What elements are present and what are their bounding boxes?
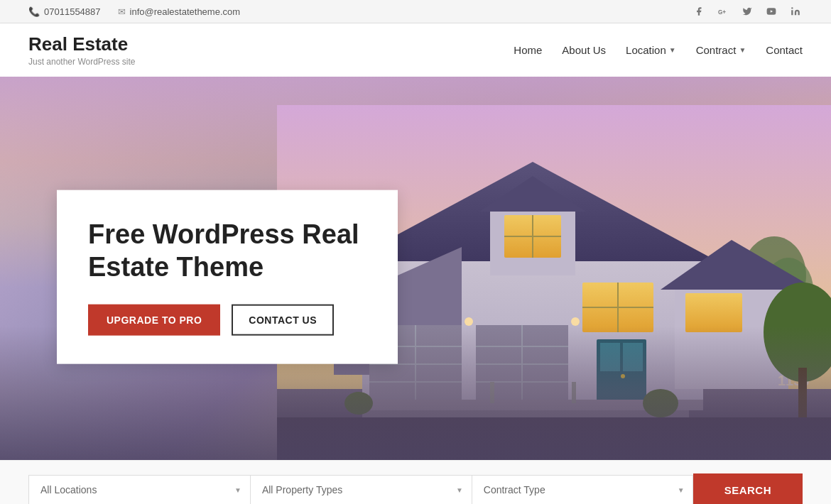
- nav-contact[interactable]: Contact: [766, 44, 803, 56]
- contract-type-select[interactable]: Contract Type: [472, 475, 693, 504]
- top-bar: 📞 07011554887 ✉ info@realestatetheme.com…: [0, 0, 831, 23]
- svg-point-1: [791, 7, 793, 9]
- phone-number: 07011554887: [44, 6, 101, 17]
- logo-title[interactable]: Real Estate: [28, 33, 136, 55]
- upgrade-pro-button[interactable]: Upgrade to PRO: [88, 305, 220, 336]
- svg-text:G+: G+: [718, 9, 726, 16]
- hero-title: Free WordPress Real Estate Theme: [88, 219, 366, 283]
- facebook-icon[interactable]: [692, 4, 706, 18]
- svg-point-28: [571, 317, 580, 326]
- top-bar-contacts: 📞 07011554887 ✉ info@realestatetheme.com: [28, 6, 240, 17]
- nav-location[interactable]: Location ▼: [626, 44, 676, 56]
- location-select-wrapper: All Locations: [28, 475, 250, 504]
- contract-dropdown-arrow: ▼: [739, 46, 746, 54]
- logo-area: Real Estate Just another WordPress site: [28, 33, 136, 67]
- google-plus-icon[interactable]: G+: [716, 4, 730, 18]
- property-type-select-wrapper: All Property Types: [250, 475, 472, 504]
- search-button[interactable]: Search: [693, 473, 803, 504]
- email-address: info@realestatetheme.com: [130, 6, 241, 17]
- twitter-icon[interactable]: [740, 4, 754, 18]
- phone-icon: 📞: [28, 6, 40, 17]
- social-links: G+: [692, 4, 803, 18]
- logo-subtitle: Just another WordPress site: [28, 57, 136, 67]
- nav-about-us[interactable]: About Us: [562, 44, 606, 56]
- contact-us-button[interactable]: Contact Us: [232, 305, 334, 336]
- phone-item: 📞 07011554887: [28, 6, 101, 17]
- email-icon: ✉: [118, 6, 126, 17]
- nav-home[interactable]: Home: [514, 44, 542, 56]
- nav-contract[interactable]: Contract ▼: [696, 44, 746, 56]
- youtube-icon[interactable]: [764, 4, 778, 18]
- location-select[interactable]: All Locations: [28, 475, 250, 504]
- main-nav: Home About Us Location ▼ Contract ▼ Cont…: [514, 44, 803, 56]
- property-type-select[interactable]: All Property Types: [250, 475, 472, 504]
- contract-type-select-wrapper: Contract Type: [472, 475, 693, 504]
- svg-point-27: [465, 317, 473, 326]
- location-dropdown-arrow: ▼: [669, 46, 676, 54]
- search-bar: All Locations All Property Types Contrac…: [0, 460, 831, 504]
- hero-buttons: Upgrade to PRO Contact Us: [88, 305, 366, 336]
- header: Real Estate Just another WordPress site …: [0, 23, 831, 77]
- hero-section: 1156 Free WordPress Real Estate Theme Up…: [0, 77, 831, 460]
- hero-card: Free WordPress Real Estate Theme Upgrade…: [57, 190, 398, 364]
- email-item: ✉ info@realestatetheme.com: [118, 6, 241, 17]
- linkedin-icon[interactable]: [788, 4, 803, 18]
